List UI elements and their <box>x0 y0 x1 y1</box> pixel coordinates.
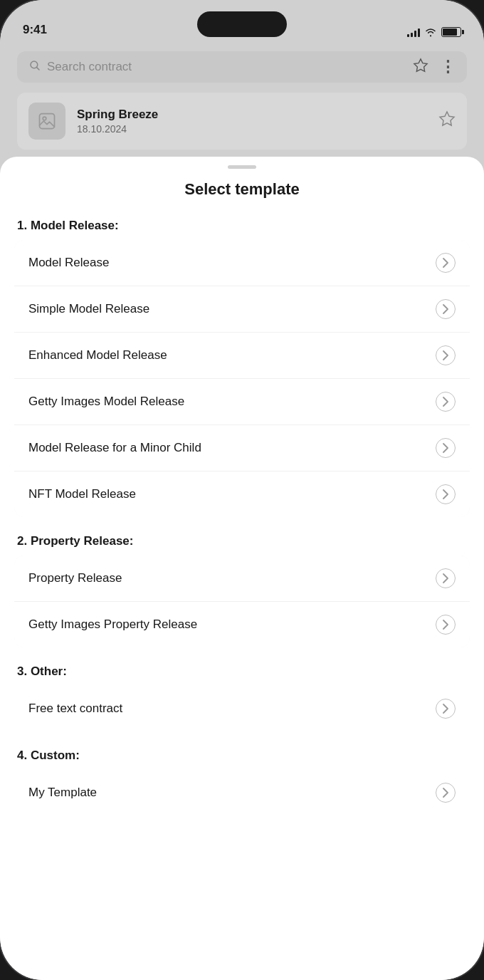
signal-bar-3 <box>414 31 416 37</box>
template-item-property-release[interactable]: Property Release <box>14 556 470 602</box>
phone-frame: 9:41 <box>0 0 484 980</box>
template-item-getty-images-property-release[interactable]: Getty Images Property Release <box>14 602 470 647</box>
contract-item-background[interactable]: Spring Breeze 18.10.2024 <box>17 93 467 150</box>
template-list-other: Free text contract <box>14 686 470 731</box>
template-item-nft-model-release[interactable]: NFT Model Release <box>14 471 470 517</box>
chevron-icon-nft-model-release <box>436 484 456 504</box>
signal-bar-1 <box>407 34 409 37</box>
battery-fill <box>443 28 457 36</box>
contract-name: Spring Breeze <box>77 108 427 122</box>
chevron-icon-model-release <box>436 253 456 273</box>
search-icon <box>28 59 41 75</box>
chevron-icon-property-release <box>436 568 456 588</box>
wifi-icon <box>424 27 437 37</box>
bottom-sheet: Select template 1. Model Release:Model R… <box>0 157 484 980</box>
battery-icon <box>441 27 461 37</box>
template-list-property-release: Property ReleaseGetty Images Property Re… <box>14 556 470 647</box>
template-name-property-release: Property Release <box>28 571 122 585</box>
section-header-model-release: 1. Model Release: <box>0 213 484 240</box>
chevron-icon-free-text-contract <box>436 699 456 719</box>
favorite-icon[interactable] <box>413 58 428 77</box>
template-item-model-release[interactable]: Model Release <box>14 240 470 286</box>
chevron-icon-model-release-minor-child <box>436 438 456 458</box>
signal-bar-2 <box>411 33 413 37</box>
section-header-property-release: 2. Property Release: <box>0 528 484 556</box>
search-placeholder: Search contract <box>47 60 407 74</box>
dynamic-island <box>197 11 287 37</box>
status-time: 9:41 <box>23 23 47 37</box>
template-name-enhanced-model-release: Enhanced Model Release <box>28 348 167 363</box>
sheet-title: Select template <box>0 169 484 213</box>
signal-bar-4 <box>418 28 420 37</box>
template-list-custom: My Template <box>14 770 470 815</box>
template-name-model-release-minor-child: Model Release for a Minor Child <box>28 441 201 455</box>
template-item-free-text-contract[interactable]: Free text contract <box>14 686 470 731</box>
chevron-icon-enhanced-model-release <box>436 345 456 365</box>
template-name-getty-images-property-release: Getty Images Property Release <box>28 617 197 632</box>
more-icon[interactable]: ⋮ <box>440 59 456 75</box>
signal-icon <box>407 27 420 37</box>
template-name-getty-images-model-release: Getty Images Model Release <box>28 395 184 409</box>
chevron-icon-getty-images-model-release <box>436 392 456 412</box>
contract-favorite-icon[interactable] <box>438 110 456 132</box>
search-actions: ⋮ <box>413 58 456 77</box>
search-bar[interactable]: Search contract ⋮ <box>17 51 467 83</box>
phone-screen: 9:41 <box>0 0 484 980</box>
template-item-simple-model-release[interactable]: Simple Model Release <box>14 286 470 333</box>
chevron-icon-simple-model-release <box>436 299 456 319</box>
svg-point-2 <box>43 117 46 120</box>
svg-rect-1 <box>40 114 55 129</box>
chevron-icon-getty-images-property-release <box>436 615 456 635</box>
template-item-model-release-minor-child[interactable]: Model Release for a Minor Child <box>14 425 470 471</box>
contract-date: 18.10.2024 <box>77 123 427 135</box>
contract-thumbnail <box>28 103 65 140</box>
section-header-other: 3. Other: <box>0 659 484 686</box>
chevron-icon-my-template <box>436 783 456 803</box>
template-name-free-text-contract: Free text contract <box>28 702 122 716</box>
contract-info: Spring Breeze 18.10.2024 <box>77 108 427 135</box>
template-item-my-template[interactable]: My Template <box>14 770 470 815</box>
template-name-simple-model-release: Simple Model Release <box>28 302 149 316</box>
template-name-nft-model-release: NFT Model Release <box>28 487 136 501</box>
template-item-getty-images-model-release[interactable]: Getty Images Model Release <box>14 379 470 425</box>
template-sections: 1. Model Release:Model ReleaseSimple Mod… <box>0 213 484 815</box>
template-name-my-template: My Template <box>28 786 97 800</box>
template-list-model-release: Model ReleaseSimple Model ReleaseEnhance… <box>14 240 470 517</box>
template-name-model-release: Model Release <box>28 256 109 270</box>
bottom-padding <box>0 827 484 855</box>
section-header-custom: 4. Custom: <box>0 743 484 770</box>
status-icons <box>407 27 461 37</box>
template-item-enhanced-model-release[interactable]: Enhanced Model Release <box>14 333 470 379</box>
